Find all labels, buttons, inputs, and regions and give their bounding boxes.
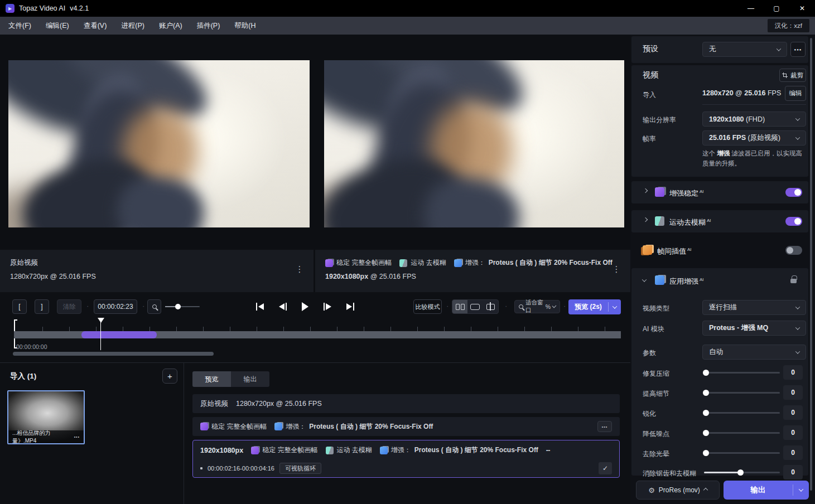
timeline-ruler bbox=[42, 327, 621, 331]
slider-handle[interactable] bbox=[703, 450, 709, 456]
slider-handle[interactable] bbox=[703, 410, 709, 416]
compression-value[interactable]: 0 bbox=[783, 365, 803, 380]
tab-output[interactable]: 输出 bbox=[231, 371, 269, 387]
side-by-side-view-button[interactable] bbox=[452, 300, 467, 313]
compression-slider[interactable] bbox=[704, 372, 780, 374]
sharpen-slider[interactable] bbox=[704, 412, 780, 414]
separator-dot: · bbox=[505, 302, 507, 310]
frame-interpolation-toggle[interactable] bbox=[785, 246, 802, 255]
mark-out-button[interactable]: ] bbox=[35, 299, 49, 314]
skip-to-start-button[interactable] bbox=[251, 298, 269, 316]
processed-video-frame[interactable] bbox=[324, 60, 624, 227]
import-file-menu-button[interactable]: ••• bbox=[74, 435, 80, 439]
video-type-select[interactable]: 逐行扫描 bbox=[702, 300, 806, 315]
menu-account[interactable]: 账户(A) bbox=[152, 17, 190, 35]
enhance-badge: 增强：Proteus ( 自动 ) 细节 20% Focus-Fix Off bbox=[454, 258, 613, 268]
slider-handle[interactable] bbox=[737, 469, 744, 476]
processed-meta: 1920x1080px @ 25.016 FPS bbox=[325, 273, 620, 280]
dehalo-slider[interactable] bbox=[704, 452, 780, 454]
dehalo-value[interactable]: 0 bbox=[783, 445, 803, 460]
row-check-button[interactable]: ✓ bbox=[599, 462, 612, 474]
next-frame-button[interactable] bbox=[319, 298, 336, 316]
detail-slider[interactable] bbox=[704, 392, 780, 394]
timeline-preview-segment[interactable] bbox=[81, 331, 157, 338]
add-import-button[interactable]: + bbox=[162, 369, 177, 384]
bullet-icon bbox=[200, 467, 202, 469]
menu-edit[interactable]: 编辑(E) bbox=[38, 17, 76, 35]
previous-frame-button[interactable] bbox=[274, 298, 292, 316]
close-button[interactable]: ✕ bbox=[789, 0, 815, 17]
imports-title: 导入 (1) bbox=[10, 371, 36, 381]
stabilize-filter-label: 增强稳定AI bbox=[669, 188, 704, 198]
mark-in-button[interactable]: [ bbox=[12, 299, 27, 314]
visible-track-loop-badge[interactable]: 可视轨循环 bbox=[279, 463, 321, 474]
queue-row-preview-2-selected[interactable]: 1920x1080px 稳定 完整全帧画幅 运动 去模糊 增强：Proteus … bbox=[192, 440, 620, 478]
edit-button[interactable]: 编辑 bbox=[785, 86, 806, 101]
timeline-zoom-button[interactable] bbox=[147, 299, 161, 314]
ai-model-select[interactable]: Proteus - 增强 MQ bbox=[702, 321, 806, 336]
menu-file[interactable]: 文件(F) bbox=[1, 17, 38, 35]
split-view-button[interactable] bbox=[483, 300, 498, 313]
output-resolution-select[interactable]: 1920x1080 (FHD) bbox=[702, 112, 806, 127]
preview-button[interactable]: 预览 (2s) bbox=[568, 299, 621, 314]
play-button[interactable] bbox=[296, 298, 314, 316]
import-thumbnail[interactable]: ...相信品牌的力量》.MP4 ••• bbox=[7, 390, 85, 444]
playhead-marker[interactable] bbox=[98, 318, 104, 323]
antialias-slider[interactable] bbox=[704, 472, 780, 473]
menu-help[interactable]: 帮助(H bbox=[227, 17, 263, 35]
timeline-zoom-slider[interactable] bbox=[165, 306, 200, 307]
preset-more-button[interactable]: ●●● bbox=[790, 42, 806, 57]
parameters-label: 参数 bbox=[643, 348, 656, 358]
processed-menu-button[interactable]: ⋮ bbox=[611, 264, 621, 274]
tab-preview[interactable]: 预览 bbox=[192, 371, 231, 387]
chevron-down-icon bbox=[795, 325, 800, 329]
timeline-scrollbar[interactable] bbox=[13, 352, 214, 356]
preview-options-button[interactable] bbox=[609, 306, 621, 309]
slider-handle[interactable] bbox=[703, 430, 709, 436]
queue-row-original[interactable]: 原始视频 1280x720px @ 25.016 FPS bbox=[192, 394, 620, 413]
import-file-name: ...相信品牌的力量》.MP4 bbox=[12, 429, 71, 445]
clear-button[interactable]: 清除 bbox=[57, 299, 81, 314]
menu-process[interactable]: 进程(P) bbox=[114, 17, 152, 35]
app-title: Topaz Video AI bbox=[19, 4, 65, 12]
maximize-button[interactable]: ▢ bbox=[764, 0, 789, 17]
skip-to-end-button[interactable] bbox=[341, 298, 359, 316]
export-format-button[interactable]: ⚙ ProRes (mov) bbox=[636, 481, 720, 500]
detail-value[interactable]: 0 bbox=[783, 385, 803, 400]
preset-select[interactable]: 无 bbox=[702, 42, 787, 57]
slider-handle[interactable] bbox=[703, 370, 709, 376]
original-menu-button[interactable]: ⋮ bbox=[295, 264, 305, 274]
enhance-filter-label: 应用增强AI bbox=[669, 277, 704, 287]
timeline[interactable]: 00:00:00:00 bbox=[0, 318, 630, 362]
original-video-frame[interactable] bbox=[8, 60, 310, 227]
output-options-button[interactable] bbox=[793, 488, 809, 492]
noise-slider[interactable] bbox=[704, 432, 780, 434]
row-menu-button[interactable]: ••• bbox=[597, 421, 612, 432]
view-mode-group bbox=[452, 299, 499, 314]
timecode-field[interactable]: 00:00:02:23 bbox=[94, 299, 137, 314]
motion-deblur-toggle[interactable] bbox=[785, 217, 802, 226]
noise-value[interactable]: 0 bbox=[783, 425, 803, 440]
minimize-button[interactable]: — bbox=[738, 0, 764, 17]
queue-row-preview-1[interactable]: 稳定 完整全帧画幅 增强：Proteus ( 自动 ) 细节 20% Focus… bbox=[192, 417, 620, 436]
zoom-slider-knob[interactable] bbox=[175, 304, 181, 309]
sharpen-value[interactable]: 0 bbox=[783, 405, 803, 420]
localization-badge[interactable]: 汉化：xzf bbox=[768, 19, 809, 32]
menu-view[interactable]: 查看(V) bbox=[76, 17, 114, 35]
antialias-value[interactable]: 0 bbox=[783, 465, 803, 479]
menu-plugins[interactable]: 插件(P) bbox=[190, 17, 228, 35]
sidebar-scrollbar[interactable] bbox=[810, 38, 812, 491]
compare-mode-button[interactable]: 比较模式 bbox=[413, 299, 442, 314]
zoom-fit-select[interactable]: 适合窗口% bbox=[514, 300, 560, 313]
row-menu-button[interactable]: ••• bbox=[546, 448, 550, 452]
queue-tabs: 预览 输出 bbox=[192, 371, 269, 387]
slider-handle[interactable] bbox=[703, 390, 709, 396]
stabilize-toggle[interactable] bbox=[785, 188, 802, 197]
crop-button[interactable]: 裁剪 bbox=[779, 69, 806, 82]
output-button[interactable]: 输出 bbox=[724, 481, 809, 500]
single-view-button[interactable] bbox=[467, 300, 483, 313]
frame-rate-select[interactable]: 25.016 FPS (原始视频) bbox=[702, 130, 806, 146]
import-value: 1280x720 @ 25.016 FPS bbox=[702, 89, 781, 97]
queue-panel: 预览 输出 原始视频 1280x720px @ 25.016 FPS 稳定 完整… bbox=[184, 362, 630, 504]
parameters-select[interactable]: 自动 bbox=[702, 345, 806, 360]
